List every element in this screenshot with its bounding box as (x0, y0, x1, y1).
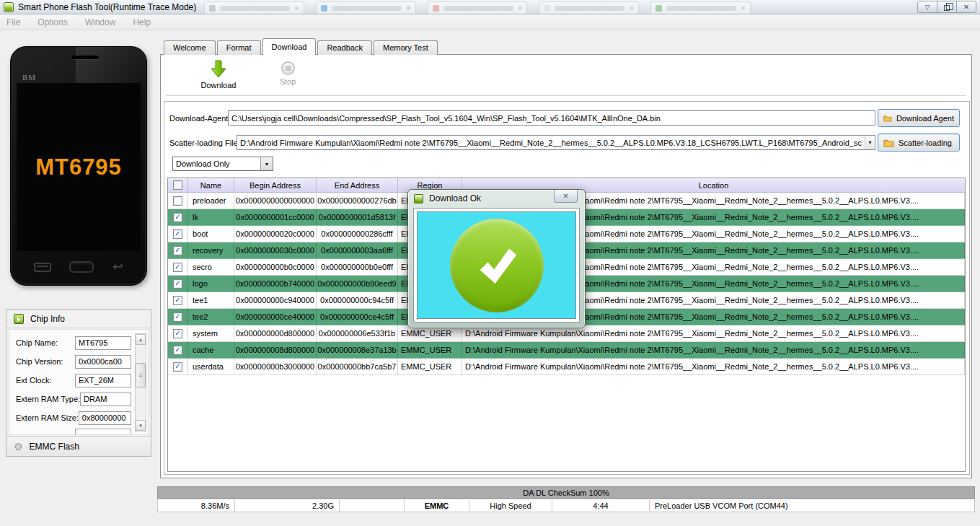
chip-field-value: MT6795 (75, 336, 131, 350)
chip-info-fields: Chip Name:MT6795Chip Version:0x0000ca00E… (9, 333, 133, 434)
minimize-icon: ▽ (925, 4, 930, 11)
scroll-up-icon[interactable]: ▲ (136, 334, 146, 345)
status-spare (340, 499, 405, 512)
chevron-down-icon[interactable]: ▼ (260, 157, 273, 170)
tab-readback[interactable]: Readback (317, 40, 372, 55)
phone-screen: MT6795 (17, 83, 141, 251)
chip-field-label: Extern RAM Type: (16, 395, 80, 403)
status-speed: 8.36M/s (158, 499, 235, 512)
tab-format[interactable]: Format (217, 40, 261, 55)
cell-begin-address: 0x000000000b0c0000 (234, 259, 317, 275)
menu-item-file[interactable]: File (6, 17, 20, 27)
cell-end-address: 0x0000000003aa6fff (317, 242, 398, 258)
close-icon: ✕ (406, 5, 411, 12)
background-window-tab: ✕ (428, 1, 528, 14)
cell-region: EMMC_USER (398, 359, 462, 374)
phone-speaker (71, 56, 99, 59)
phone-menu-icon (34, 263, 51, 272)
cell-begin-address: 0x000000000d800000 (234, 325, 317, 341)
phone-back-icon: ↩ (112, 261, 123, 273)
scroll-down-icon[interactable]: ▼ (136, 420, 146, 431)
menu-item-help[interactable]: Help (133, 17, 151, 27)
tab-memory-test[interactable]: Memory Test (374, 40, 438, 55)
row-checkbox[interactable]: ✓ (173, 229, 182, 239)
cell-end-address: 0x00000000000276db (317, 193, 398, 209)
download-agent-button-label: Download Agent (896, 114, 954, 123)
download-agent-button[interactable]: Download Agent (878, 109, 960, 127)
cell-begin-address: 0x00000000b3000000 (234, 359, 317, 374)
cell-name: tee2 (188, 309, 234, 325)
download-agent-input[interactable] (228, 110, 875, 126)
stop-button-label: Stop (266, 77, 309, 86)
scatter-dropdown-arrow-icon[interactable]: ▼ (865, 136, 875, 149)
row-checkbox[interactable]: ✓ (173, 213, 182, 222)
window-title-blur (555, 6, 624, 11)
select-all-checkbox[interactable] (173, 180, 182, 190)
download-mode-select[interactable]: Download Only ▼ (172, 157, 273, 171)
cell-begin-address: 0x000000000b740000 (234, 276, 317, 292)
chip-field-value: 0x80000000 (79, 411, 131, 425)
restore-icon (944, 5, 950, 11)
row-checkbox[interactable]: ✓ (173, 246, 182, 255)
dialog-content-area (417, 211, 576, 319)
close-icon: ✕ (562, 192, 568, 200)
cell-end-address: 0x0000000001d5813f (317, 209, 398, 225)
status-elapsed-time: 4:44 (552, 499, 650, 512)
cell-name: preloader (188, 193, 234, 209)
row-checkbox[interactable] (173, 196, 182, 206)
background-window-tab: ✕ (316, 1, 416, 14)
scatter-file-input[interactable] (237, 135, 875, 150)
header-name[interactable]: Name (188, 178, 234, 192)
close-icon: ✕ (741, 5, 746, 12)
cell-name: recovery (188, 242, 234, 258)
chip-info-header[interactable]: Chip Info (6, 310, 151, 328)
chip-field-value: DRAM (80, 393, 131, 406)
row-checkbox[interactable]: ✓ (173, 346, 182, 355)
cell-end-address: 0x000000000286cfff (317, 226, 398, 242)
progress-text: DA DL CheckSum 100% (523, 488, 609, 497)
tab-download[interactable]: Download (262, 38, 317, 55)
table-row[interactable]: ✓userdata0x00000000b30000000x00000000bb7… (168, 359, 965, 375)
row-checkbox[interactable]: ✓ (173, 329, 182, 338)
row-checkbox[interactable]: ✓ (173, 362, 182, 372)
dialog-app-icon (414, 194, 423, 203)
row-checkbox[interactable]: ✓ (173, 279, 182, 289)
window-title-blur (443, 6, 513, 11)
menu-item-window[interactable]: Window (85, 17, 116, 27)
chip-field-label: Extern RAM Size: (16, 413, 79, 422)
emmc-flash-section[interactable]: ⚙ EMMC Flash (6, 436, 151, 456)
cell-name: logo (188, 276, 234, 292)
minimize-button[interactable]: ▽ (917, 1, 937, 13)
dialog-close-button[interactable]: ✕ (554, 190, 578, 203)
row-checkbox[interactable]: ✓ (173, 296, 182, 305)
header-end-address[interactable]: End Address (317, 178, 398, 192)
download-ok-dialog: Download Ok ✕ (407, 189, 586, 328)
table-row[interactable]: ✓cache0x000000008d8000000x000000008e37a1… (168, 342, 965, 359)
checkbox-cell: ✓ (168, 242, 188, 258)
menu-item-options[interactable]: Options (37, 17, 67, 27)
checkbox-cell: ✓ (168, 359, 188, 374)
cell-begin-address: 0x0000000000000000 (234, 193, 317, 209)
phone-brand-label: BM (22, 73, 36, 82)
download-mode-value: Download Only (173, 157, 260, 170)
tab-welcome[interactable]: Welcome (164, 40, 216, 55)
phone-preview: BM MT6795 ↩ (10, 46, 147, 286)
download-button[interactable]: Download (182, 60, 255, 89)
row-checkbox[interactable]: ✓ (173, 312, 182, 322)
checkmark-icon (469, 237, 525, 294)
stop-button[interactable]: Stop (266, 61, 309, 86)
phone-chip-label: MT6795 (35, 154, 122, 180)
emmc-flash-label: EMMC Flash (30, 442, 79, 452)
scrollbar-thumb[interactable]: ≡ (136, 363, 146, 387)
chip-info-field: Chip Name:MT6795 (9, 333, 133, 352)
row-checkbox[interactable]: ✓ (173, 263, 182, 272)
chip-info-scrollbar[interactable]: ▲ ≡ ▼ (135, 333, 146, 431)
status-size: 2.30G (235, 499, 340, 512)
scatter-loading-button[interactable]: Scatter-loading (878, 133, 960, 152)
chip-info-field: Extern RAM Size:0x80000000 (9, 408, 133, 427)
status-com-port: PreLoader USB VCOM Port (COM44) (650, 499, 974, 512)
toolbar-separator (166, 95, 966, 96)
close-button[interactable]: ✕ (956, 1, 976, 13)
restore-button[interactable] (937, 1, 957, 13)
header-begin-address[interactable]: Begin Address (234, 178, 317, 192)
